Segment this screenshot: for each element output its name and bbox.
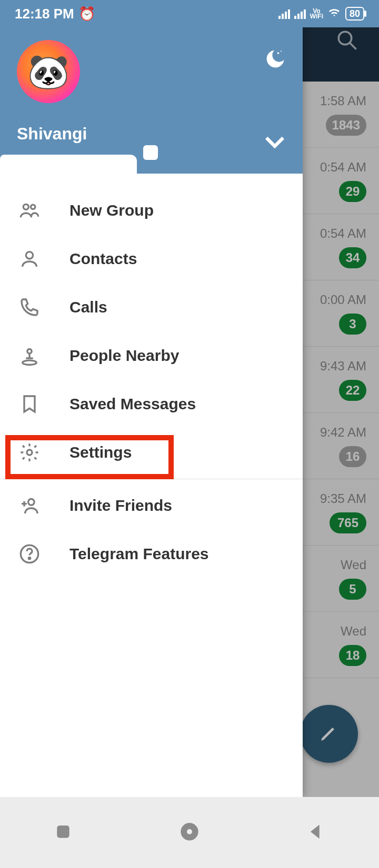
menu-people-nearby[interactable]: People Nearby: [0, 331, 303, 380]
avatar-emoji: 🐼: [27, 52, 69, 92]
menu-calls[interactable]: Calls: [0, 283, 303, 331]
menu-invite-friends[interactable]: Invite Friends: [0, 481, 303, 530]
svg-point-9: [27, 450, 32, 455]
menu-label: New Group: [69, 201, 154, 219]
menu-label: Invite Friends: [69, 497, 172, 514]
battery-icon: 80: [345, 7, 364, 21]
menu-divider: [0, 479, 303, 479]
android-nav-bar: [0, 797, 379, 868]
svg-point-3: [281, 51, 282, 52]
svg-point-5: [31, 205, 35, 209]
group-icon: [19, 200, 40, 221]
nearby-icon: [19, 345, 40, 366]
menu-new-group[interactable]: New Group: [0, 186, 303, 235]
phone-icon: [19, 297, 40, 318]
night-mode-toggle[interactable]: [264, 47, 287, 73]
account-expand[interactable]: [265, 136, 285, 150]
svg-point-8: [23, 360, 37, 365]
svg-point-6: [26, 252, 33, 259]
signal-icon: [278, 8, 290, 19]
svg-point-7: [27, 349, 32, 354]
svg-point-2: [277, 52, 280, 54]
menu-contacts[interactable]: Contacts: [0, 235, 303, 283]
menu-saved-messages[interactable]: Saved Messages: [0, 380, 303, 428]
navigation-drawer: 🐼 Shivangi New Group Contac: [0, 0, 303, 797]
svg-point-15: [185, 827, 194, 836]
avatar[interactable]: 🐼: [17, 40, 80, 103]
menu-label: Telegram Features: [69, 545, 209, 563]
wifi-icon: [327, 7, 341, 21]
gear-icon: [19, 442, 40, 463]
status-time: 12:18 PM: [15, 6, 74, 22]
status-bar: 12:18 PM ⏰ Vo WiFi 80: [0, 0, 379, 27]
help-icon: [19, 543, 40, 564]
vowifi-icon: Vo WiFi: [310, 8, 323, 19]
drawer-username: Shivangi: [17, 124, 87, 144]
nav-recent[interactable]: [53, 821, 74, 844]
nav-back[interactable]: [305, 821, 326, 844]
svg-point-4: [23, 204, 28, 209]
menu-label: Saved Messages: [69, 395, 196, 413]
svg-rect-13: [57, 825, 69, 837]
bookmark-icon: [19, 393, 40, 415]
menu-label: Calls: [69, 298, 107, 316]
svg-point-10: [28, 499, 35, 506]
alarm-icon: ⏰: [78, 6, 95, 22]
menu-label: Contacts: [69, 250, 137, 268]
nav-home[interactable]: [179, 821, 200, 844]
person-icon: [19, 248, 40, 269]
drawer-menu: New Group Contacts Calls People Nearby: [0, 174, 303, 797]
menu-label: People Nearby: [69, 347, 179, 365]
signal-icon: [294, 8, 306, 19]
menu-label: Settings: [69, 443, 132, 461]
menu-telegram-features[interactable]: Telegram Features: [0, 530, 303, 578]
redaction-smudge: [0, 155, 137, 176]
menu-settings[interactable]: Settings: [0, 428, 303, 477]
invite-icon: [19, 495, 40, 516]
svg-point-12: [28, 558, 30, 559]
